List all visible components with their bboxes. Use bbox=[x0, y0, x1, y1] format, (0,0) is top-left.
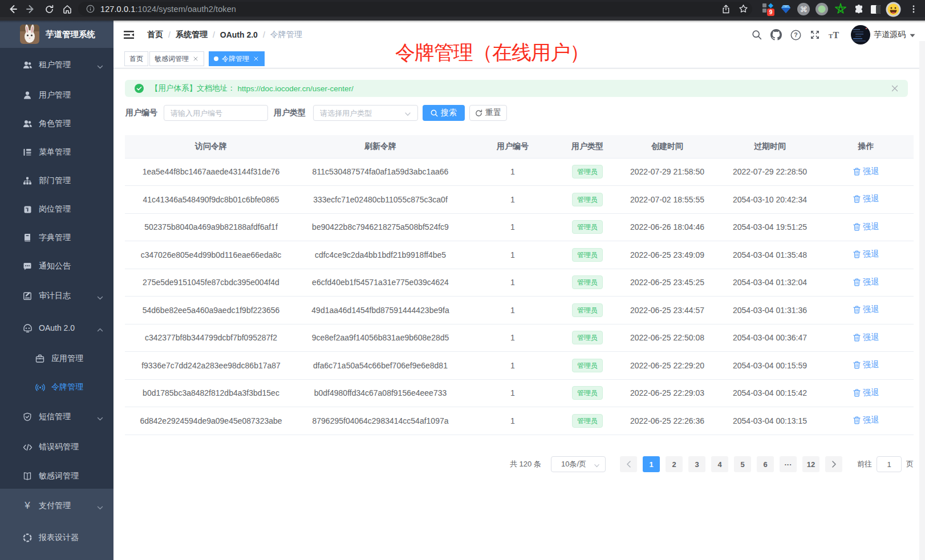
profile-avatar-icon[interactable] bbox=[885, 1, 901, 17]
sidebar-toggle-icon[interactable] bbox=[867, 1, 883, 17]
forward-icon[interactable] bbox=[23, 1, 39, 17]
search-icon[interactable] bbox=[747, 21, 766, 49]
breadcrumb-system[interactable]: 系统管理 bbox=[176, 30, 208, 40]
content-area: 首页 / 系统管理 / OAuth 2.0 / 令牌管理 ? bbox=[113, 21, 925, 560]
puzzle-icon[interactable] bbox=[851, 1, 867, 17]
cell-user-type: 管理员 bbox=[562, 379, 613, 407]
user-avatar[interactable] bbox=[851, 25, 870, 44]
extension-badge-icon[interactable]: 9 bbox=[760, 1, 776, 17]
force-logout-button[interactable]: 强退 bbox=[853, 277, 879, 287]
sidebar-item-report-designer[interactable]: 报表设计器 bbox=[0, 524, 113, 552]
sidebar-item-role[interactable]: 角色管理 bbox=[0, 109, 113, 138]
page-button[interactable]: 12 bbox=[802, 456, 819, 472]
gem-icon[interactable] bbox=[778, 1, 794, 17]
username-label[interactable]: 芋道源码 bbox=[874, 30, 906, 40]
reload-icon[interactable] bbox=[41, 1, 57, 17]
page-button[interactable]: 2 bbox=[666, 456, 683, 472]
bookmark-star-icon[interactable] bbox=[735, 2, 751, 16]
table-row: 502375b8040a469a9b82188afdf6af1f be90422… bbox=[125, 213, 914, 241]
prev-page-button[interactable] bbox=[620, 456, 637, 472]
active-dot bbox=[214, 56, 218, 61]
page-size-select[interactable]: 10条/页 bbox=[551, 456, 606, 472]
green-star-icon[interactable] bbox=[833, 1, 849, 17]
sidebar-item-oauth[interactable]: OAuth 2.0 bbox=[0, 314, 113, 342]
scrollbar-track[interactable] bbox=[919, 41, 925, 560]
alert-close-icon[interactable] bbox=[891, 84, 899, 92]
force-logout-button[interactable]: 强退 bbox=[853, 305, 879, 315]
home-icon[interactable] bbox=[59, 1, 75, 17]
sidebar-item-tenant[interactable]: 租户管理 bbox=[0, 51, 113, 79]
back-icon[interactable] bbox=[5, 1, 21, 17]
fullscreen-icon[interactable] bbox=[805, 21, 825, 49]
user-id-input[interactable] bbox=[164, 105, 268, 121]
caret-down-icon[interactable] bbox=[910, 30, 915, 40]
force-logout-button[interactable]: 强退 bbox=[853, 415, 879, 425]
force-logout-button[interactable]: 强退 bbox=[853, 332, 879, 343]
record-circle-icon[interactable] bbox=[814, 1, 830, 17]
sidebar-item-sms[interactable]: 短信管理 bbox=[0, 403, 113, 431]
user-type-select[interactable] bbox=[313, 105, 418, 121]
cell-expire-time: 2054-03-04 01:35:48 bbox=[721, 241, 818, 269]
tag-sensitive-word[interactable]: 敏感词管理 bbox=[149, 51, 204, 66]
address-bar[interactable]: 127.0.0.1:1024/system/oauth2/token bbox=[78, 2, 752, 16]
cell-access-token: c342377bf8b344799dcbf7bf095287f2 bbox=[125, 324, 297, 352]
cell-access-token: 1ea5e44f8bc1467aaede43144f31de76 bbox=[125, 158, 297, 186]
force-logout-button[interactable]: 强退 bbox=[853, 388, 879, 398]
cell-refresh-token: b0df4980ffd34c67a08f9156e4eee733 bbox=[297, 379, 464, 407]
role-icon bbox=[22, 119, 33, 129]
sidebar-item-announcement[interactable]: 通知公告 bbox=[0, 252, 113, 281]
sidebar-item-payment[interactable]: ¥ 支付管理 bbox=[0, 492, 113, 520]
help-icon[interactable]: ? bbox=[786, 21, 805, 49]
search-button[interactable]: 搜索 bbox=[423, 105, 465, 121]
sidebar-item-user[interactable]: 用户管理 bbox=[0, 81, 113, 109]
page-button[interactable]: 6 bbox=[757, 456, 774, 472]
tag-home[interactable]: 首页 bbox=[124, 51, 148, 66]
doc-link[interactable]: https://doc.iocoder.cn/user-center/ bbox=[238, 84, 354, 93]
force-logout-button[interactable]: 强退 bbox=[853, 249, 879, 259]
breadcrumb-home[interactable]: 首页 bbox=[147, 30, 163, 40]
cell-expire-time: 2054-03-04 00:13:15 bbox=[721, 407, 818, 435]
table-header-row: 访问令牌 刷新令牌 用户编号 用户类型 创建时间 过期时间 操作 bbox=[125, 135, 914, 158]
cell-access-token: 6d842e2924594de9a09e45e087323abe bbox=[125, 407, 297, 435]
sidebar-item-token[interactable]: 令牌管理 bbox=[0, 373, 113, 401]
font-size-icon[interactable]: TT bbox=[825, 21, 844, 49]
next-page-button[interactable] bbox=[825, 456, 842, 472]
command-circle-icon[interactable]: ⌘ bbox=[796, 1, 812, 17]
close-icon[interactable] bbox=[253, 55, 259, 62]
page-button[interactable]: 3 bbox=[688, 456, 705, 472]
goto-page-input[interactable] bbox=[877, 456, 902, 472]
page-button[interactable]: 1 bbox=[643, 456, 660, 472]
github-icon[interactable] bbox=[766, 21, 786, 49]
force-logout-button[interactable]: 强退 bbox=[853, 167, 879, 177]
sidebar-item-dept[interactable]: 部门管理 bbox=[0, 167, 113, 195]
sidebar-item-menu[interactable]: 菜单管理 bbox=[0, 138, 113, 167]
cell-access-token: 275e5de9151045fe87cbdc395e004f4d bbox=[125, 269, 297, 297]
force-logout-button[interactable]: 强退 bbox=[853, 360, 879, 370]
sidebar-item-application[interactable]: 应用管理 bbox=[0, 344, 113, 373]
site-info-icon[interactable] bbox=[86, 5, 95, 13]
sidebar-logo[interactable]: 芋道管理系统 bbox=[0, 21, 113, 48]
sidebar-item-post[interactable]: 岗位管理 bbox=[0, 195, 113, 224]
tag-token[interactable]: 令牌管理 bbox=[209, 51, 265, 66]
sidebar-item-sensitive-word[interactable]: 敏感词管理 bbox=[0, 462, 113, 490]
collapse-sidebar-icon[interactable] bbox=[123, 29, 135, 41]
reset-button[interactable]: 重置 bbox=[469, 105, 507, 121]
goto-unit: 页 bbox=[906, 459, 914, 469]
close-icon[interactable] bbox=[192, 55, 199, 62]
menu-dots-icon[interactable] bbox=[906, 1, 922, 17]
share-icon[interactable] bbox=[718, 2, 734, 16]
col-expire-time: 过期时间 bbox=[721, 135, 818, 158]
sidebar-item-dict[interactable]: 字典管理 bbox=[0, 224, 113, 252]
cell-action: 强退 bbox=[818, 352, 914, 380]
page-ellipsis-button[interactable]: ··· bbox=[780, 456, 797, 472]
sidebar-item-error-code[interactable]: 错误码管理 bbox=[0, 433, 113, 461]
force-logout-button[interactable]: 强退 bbox=[853, 194, 879, 204]
cell-access-token: 502375b8040a469a9b82188afdf6af1f bbox=[125, 213, 297, 241]
cell-expire-time: 2054-03-04 19:51:25 bbox=[721, 213, 818, 241]
page-button[interactable]: 5 bbox=[734, 456, 751, 472]
page-button[interactable]: 4 bbox=[711, 456, 728, 472]
sidebar-item-audit-log[interactable]: 审计日志 bbox=[0, 282, 113, 310]
user-type-badge: 管理员 bbox=[572, 275, 603, 289]
force-logout-button[interactable]: 强退 bbox=[853, 222, 879, 232]
breadcrumb-oauth[interactable]: OAuth 2.0 bbox=[220, 30, 258, 39]
